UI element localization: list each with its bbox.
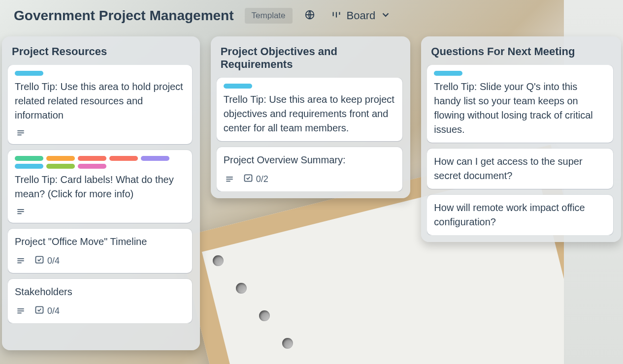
view-switcher[interactable]: Board (327, 7, 395, 24)
board-view-icon (331, 9, 342, 22)
checklist-count: 0/4 (47, 256, 60, 266)
board-canvas[interactable]: Project ResourcesTrello Tip: Use this ar… (0, 31, 623, 361)
card-badges (15, 207, 185, 217)
checklist-icon (34, 255, 44, 267)
card-title: How can I get access to the super secret… (434, 154, 606, 183)
svg-rect-21 (244, 175, 252, 181)
list: Questions For Next MeetingTrello Tip: Sl… (421, 36, 621, 242)
card-label[interactable] (224, 84, 252, 89)
card-badges (15, 128, 185, 138)
svg-rect-17 (36, 306, 43, 313)
chevron-down-icon (380, 9, 391, 22)
card-badges: 0/4 (15, 305, 185, 317)
card-label[interactable] (109, 156, 138, 161)
card-title: Project "Office Move" Timeline (15, 235, 185, 249)
list-title[interactable]: Project Resources (8, 44, 194, 65)
card[interactable]: How can I get access to the super secret… (427, 149, 613, 189)
checklist-icon (243, 173, 253, 185)
card-label-row (15, 71, 185, 76)
card-label[interactable] (46, 164, 75, 169)
cards-container[interactable]: Trello Tip: Use this area to keep projec… (217, 78, 405, 191)
card[interactable]: Stakeholders0/4 (8, 279, 192, 323)
card-label[interactable] (15, 164, 43, 169)
card-label[interactable] (46, 156, 75, 161)
card[interactable]: Project "Office Move" Timeline0/4 (8, 229, 192, 273)
card[interactable]: How will remote work impact office confi… (427, 195, 613, 235)
card-label-row (434, 71, 606, 76)
list: Project Objectives and RequirementsTrell… (211, 36, 411, 198)
card[interactable]: Trello Tip: Use this area to keep projec… (217, 78, 403, 141)
card-badges: 0/2 (224, 173, 396, 185)
card-label-row (224, 84, 396, 89)
description-icon (16, 207, 26, 217)
list-title[interactable]: Questions For Next Meeting (427, 44, 615, 65)
board-title[interactable]: Government Project Management (10, 6, 238, 26)
card-label[interactable] (78, 156, 106, 161)
checklist-badge: 0/2 (243, 173, 268, 185)
checklist-icon (34, 305, 44, 317)
checklist-count: 0/4 (47, 306, 60, 316)
list: Project ResourcesTrello Tip: Use this ar… (2, 36, 200, 350)
cards-container[interactable]: Trello Tip: Use this area to hold projec… (8, 65, 194, 323)
card[interactable]: Project Overview Summary:0/2 (217, 147, 403, 191)
card[interactable]: Trello Tip: Use this area to hold projec… (8, 65, 192, 144)
card-title: Trello Tip: Use this area to keep projec… (224, 92, 396, 135)
description-icon (16, 306, 26, 316)
card-title: Trello Tip: Card labels! What do they me… (15, 173, 185, 201)
card[interactable]: Trello Tip: Card labels! What do they me… (8, 150, 192, 223)
card-badges: 0/4 (15, 255, 185, 267)
card-label[interactable] (15, 71, 43, 76)
card-label[interactable] (15, 156, 43, 161)
card-title: Trello Tip: Slide your Q's into this han… (434, 80, 606, 137)
list-title[interactable]: Project Objectives and Requirements (217, 44, 405, 78)
card-title: How will remote work impact office confi… (434, 201, 606, 229)
card-title: Trello Tip: Use this area to hold projec… (15, 80, 185, 122)
template-badge[interactable]: Template (245, 8, 293, 24)
card-title: Stakeholders (15, 285, 185, 299)
checklist-badge: 0/4 (34, 255, 60, 267)
card-label-row (15, 156, 185, 169)
description-icon (16, 128, 26, 138)
description-icon (16, 256, 26, 266)
checklist-count: 0/2 (256, 174, 268, 184)
view-label: Board (347, 9, 376, 22)
card-label[interactable] (434, 71, 462, 76)
card[interactable]: Trello Tip: Slide your Q's into this han… (427, 65, 613, 143)
card-title: Project Overview Summary: (224, 153, 396, 167)
card-label[interactable] (141, 156, 169, 161)
svg-rect-13 (36, 256, 43, 263)
board-header: Government Project Management Template B… (0, 0, 623, 31)
card-label[interactable] (78, 164, 106, 169)
cards-container[interactable]: Trello Tip: Slide your Q's into this han… (427, 65, 615, 235)
visibility-button[interactable] (299, 6, 320, 25)
checklist-badge: 0/4 (34, 305, 60, 317)
globe-icon (304, 9, 315, 22)
description-icon (225, 175, 234, 184)
